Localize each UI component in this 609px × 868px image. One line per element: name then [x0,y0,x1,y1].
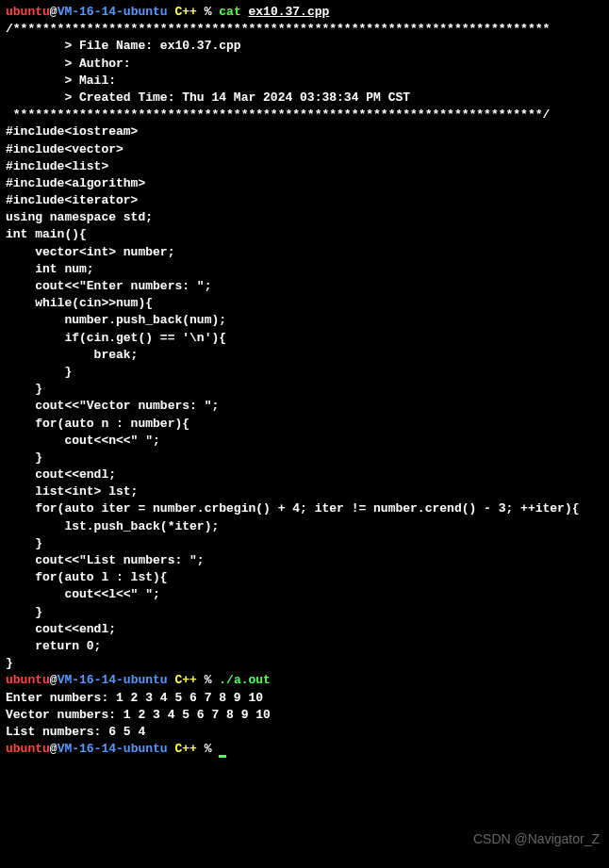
source-line: for(auto n : number){ [6,416,603,433]
prompt-user: ubuntu [6,742,50,756]
source-line: list<int> lst; [6,483,603,500]
source-line: cout<<"Vector numbers: "; [6,398,603,415]
prompt-pct: % [197,5,219,19]
command-arg: ex10.37.cpp [249,5,330,19]
prompt-dir: C++ [168,5,197,19]
prompt-line-1: ubuntu@VM-16-14-ubuntu C++ % cat ex10.37… [6,4,603,21]
source-line: for(auto iter = number.crbegin() + 4; it… [6,500,603,517]
source-line: cout<<n<<" "; [6,433,603,450]
prompt-line-3[interactable]: ubuntu@VM-16-14-ubuntu C++ % [6,741,603,758]
source-line: > Mail: [6,73,603,90]
source-line: using namespace std; [6,209,603,226]
prompt-host: VM-16-14-ubuntu [58,5,168,19]
source-line: > File Name: ex10.37.cpp [6,38,603,55]
source-line: cout<<l<<" "; [6,586,603,603]
source-line: ****************************************… [6,106,603,123]
watermark: CSDN @Navigator_Z [473,830,600,849]
source-line: #include<algorithm> [6,175,603,192]
source-line: return 0; [6,638,603,655]
source-line: #include<vector> [6,141,603,158]
prompt-pct: % [197,673,219,687]
source-line: } [6,604,603,621]
source-line: > Created Time: Thu 14 Mar 2024 03:38:34… [6,90,603,106]
source-line: int num; [6,261,603,278]
source-line: break; [6,347,603,364]
source-line: for(auto l : lst){ [6,569,603,586]
source-line: } [6,364,603,381]
prompt-user: ubuntu [6,673,50,687]
output-line: Enter numbers: 1 2 3 4 5 6 7 8 9 10 [6,690,603,707]
source-line: } [6,655,603,672]
source-line: #include<iostream> [6,123,603,140]
source-line: int main(){ [6,226,603,243]
prompt-line-2: ubuntu@VM-16-14-ubuntu C++ % ./a.out [6,672,603,689]
cursor-icon [219,755,226,758]
source-line: #include<iterator> [6,192,603,209]
prompt-at: @ [50,742,58,756]
source-line: vector<int> number; [6,244,603,261]
source-line: cout<<"Enter numbers: "; [6,278,603,295]
output-line: Vector numbers: 1 2 3 4 5 6 7 8 9 10 [6,707,603,724]
command-cat: cat [219,5,248,19]
command-run: ./a.out [219,673,271,687]
source-line: /***************************************… [6,21,603,38]
prompt-dir: C++ [168,742,197,756]
source-line: #include<list> [6,158,603,175]
prompt-user: ubuntu [6,5,50,19]
prompt-host: VM-16-14-ubuntu [58,673,168,687]
source-line: cout<<endl; [6,467,603,483]
prompt-at: @ [50,673,58,687]
source-line: lst.push_back(*iter); [6,518,603,535]
source-line: cout<<"List numbers: "; [6,552,603,569]
source-line: number.push_back(num); [6,312,603,329]
source-line: } [6,535,603,552]
prompt-host: VM-16-14-ubuntu [58,742,168,756]
output-line: List numbers: 6 5 4 [6,724,603,741]
source-line: while(cin>>num){ [6,295,603,312]
terminal-output[interactable]: ubuntu@VM-16-14-ubuntu C++ % cat ex10.37… [6,4,603,758]
source-line: > Author: [6,56,603,73]
prompt-pct: % [197,742,219,756]
source-line: } [6,381,603,398]
source-line: cout<<endl; [6,621,603,638]
source-line: if(cin.get() == '\n'){ [6,330,603,347]
prompt-at: @ [50,5,58,19]
source-line: } [6,450,603,467]
prompt-dir: C++ [168,673,197,687]
